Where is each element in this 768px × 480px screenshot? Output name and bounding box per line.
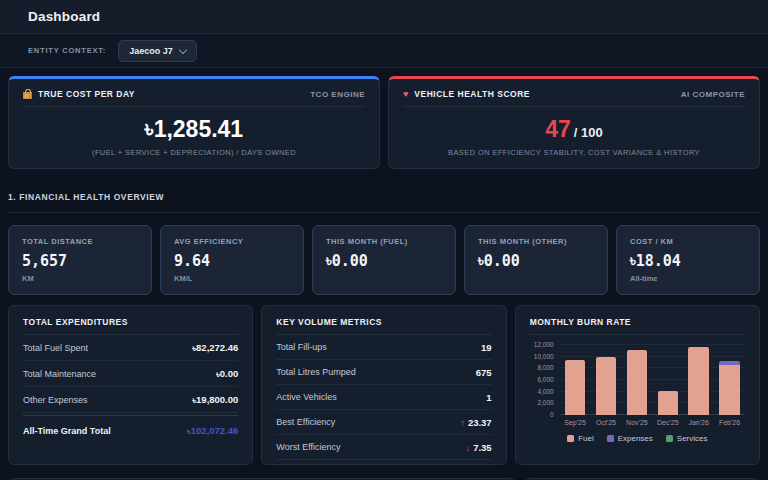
burn-rate-title: MONTHLY BURN RATE bbox=[530, 317, 631, 327]
bar-segment-fuel bbox=[596, 357, 616, 415]
volume-metrics-title: KEY VOLUME METRICS bbox=[276, 317, 382, 327]
stat-unit bbox=[326, 274, 442, 282]
bar-Oct'25[interactable] bbox=[591, 345, 622, 415]
burn-rate-chart: 12,00010,0008,0006,0004,0002,0000 Sep'25… bbox=[530, 345, 745, 443]
dashboard-content: TRUE COST PER DAY TCO ENGINE ৳1,285.41 (… bbox=[0, 68, 768, 480]
y-axis-tick: 2,000 bbox=[537, 399, 553, 406]
row-label: Total Litres Pumped bbox=[276, 367, 356, 377]
stat-card-avg-efficiency: AVG EFFICIENCY 9.64 KM/L bbox=[160, 225, 304, 295]
row-value: ৳19,800.00 bbox=[192, 394, 238, 406]
up-arrow-icon: ↑ bbox=[460, 418, 465, 428]
stat-value: ৳0.00 bbox=[326, 252, 442, 270]
row-label: Other Expenses bbox=[23, 395, 88, 405]
row-value: 1 bbox=[486, 392, 491, 403]
mid-row: TOTAL EXPENDITURES Total Fuel Spent ৳82,… bbox=[8, 305, 760, 465]
row-value: ↓7.35 bbox=[466, 442, 492, 453]
x-axis-label: Nov'25 bbox=[621, 419, 652, 426]
true-cost-per-day-card: TRUE COST PER DAY TCO ENGINE ৳1,285.41 (… bbox=[8, 76, 380, 169]
entity-selector[interactable]: Jaecoo J7 bbox=[118, 40, 197, 62]
expenditures-title: TOTAL EXPENDITURES bbox=[23, 317, 128, 327]
legend-label: Expenses bbox=[618, 434, 653, 443]
metric-row-worst-efficiency: Worst Efficiency ↓7.35 bbox=[276, 435, 491, 460]
burn-rate-bars bbox=[560, 345, 745, 415]
card-head: ♥ VEHICLE HEALTH SCORE AI COMPOSITE bbox=[403, 89, 745, 107]
money-basket-icon bbox=[23, 92, 32, 99]
page-header: Dashboard bbox=[0, 0, 768, 34]
bar-Feb'26[interactable] bbox=[714, 345, 745, 415]
row-label: Worst Efficiency bbox=[276, 442, 340, 452]
stat-unit: KM/L bbox=[174, 274, 290, 283]
stat-unit: KM bbox=[22, 274, 138, 283]
stat-label: TOTAL DISTANCE bbox=[22, 237, 138, 246]
y-axis-tick: 0 bbox=[550, 411, 554, 418]
stat-label: THIS MONTH (OTHER) bbox=[478, 237, 594, 246]
bar-segment-fuel bbox=[658, 391, 678, 416]
card-head: KEY VOLUME METRICS bbox=[276, 317, 491, 335]
expense-row-fuel: Total Fuel Spent ৳82,272.46 bbox=[23, 335, 238, 361]
bar-segment-fuel bbox=[565, 360, 585, 415]
bar-segment-fuel bbox=[719, 365, 739, 415]
true-cost-subtitle: (FUEL + SERVICE + DEPRECIATION) / DAYS O… bbox=[23, 148, 365, 157]
legend-label: Services bbox=[677, 434, 708, 443]
card-head: MONTHLY BURN RATE bbox=[530, 317, 745, 335]
bar-Nov'25[interactable] bbox=[621, 345, 652, 415]
legend-item-expenses[interactable]: Expenses bbox=[607, 434, 653, 443]
stat-value: ৳0.00 bbox=[478, 252, 594, 270]
bar-segment-fuel bbox=[627, 350, 647, 415]
legend-swatch bbox=[607, 435, 614, 442]
chevron-down-icon bbox=[178, 45, 186, 53]
stat-value: 9.64 bbox=[174, 252, 290, 270]
metric-row-litres: Total Litres Pumped 675 bbox=[276, 360, 491, 385]
metric-value: 23.37 bbox=[468, 417, 492, 428]
monthly-burn-rate-card: MONTHLY BURN RATE 12,00010,0008,0006,000… bbox=[515, 305, 760, 465]
grand-total-label: All-Time Grand Total bbox=[23, 426, 111, 436]
bar-Jan'26[interactable] bbox=[683, 345, 714, 415]
metric-value: 7.35 bbox=[473, 442, 492, 453]
entity-context-label: ENTITY CONTEXT: bbox=[28, 46, 106, 55]
y-axis-tick: 12,000 bbox=[534, 341, 554, 348]
expense-row-maintenance: Total Maintenance ৳0.00 bbox=[23, 361, 238, 387]
stat-label: AVG EFFICIENCY bbox=[174, 237, 290, 246]
true-cost-value: ৳1,285.41 bbox=[23, 116, 365, 143]
bar-segment-fuel bbox=[688, 347, 708, 415]
burn-rate-legend: FuelExpensesServices bbox=[530, 434, 745, 443]
ai-composite-tag: AI COMPOSITE bbox=[681, 90, 745, 99]
row-value: 19 bbox=[481, 342, 492, 353]
grand-total-value: ৳102,072.46 bbox=[187, 425, 238, 437]
stat-card-cost-per-km: COST / KM ৳18.04 All-time bbox=[616, 225, 760, 295]
card-head: TRUE COST PER DAY TCO ENGINE bbox=[23, 89, 365, 107]
hero-row: TRUE COST PER DAY TCO ENGINE ৳1,285.41 (… bbox=[8, 76, 760, 169]
health-score-subtitle: BASED ON EFFICIENCY STABILITY, COST VARI… bbox=[403, 148, 745, 157]
bar-Dec'25[interactable] bbox=[652, 345, 683, 415]
y-axis-tick: 4,000 bbox=[537, 388, 553, 395]
x-axis-label: Jan'26 bbox=[683, 419, 714, 426]
row-value: ↑23.37 bbox=[460, 417, 491, 428]
row-value: ৳82,272.46 bbox=[192, 342, 238, 354]
legend-item-services[interactable]: Services bbox=[666, 434, 708, 443]
metric-row-best-efficiency: Best Efficiency ↑23.37 bbox=[276, 410, 491, 435]
x-axis-label: Feb'26 bbox=[714, 419, 745, 426]
grand-total-row: All-Time Grand Total ৳102,072.46 bbox=[23, 415, 238, 444]
row-value: 675 bbox=[476, 367, 492, 378]
true-cost-title: TRUE COST PER DAY bbox=[38, 89, 135, 99]
down-arrow-icon: ↓ bbox=[466, 443, 471, 453]
y-axis-tick: 6,000 bbox=[537, 376, 553, 383]
legend-item-fuel[interactable]: Fuel bbox=[567, 434, 594, 443]
stat-unit: All-time bbox=[630, 274, 746, 283]
legend-label: Fuel bbox=[578, 434, 594, 443]
health-score: 47/ 100 bbox=[403, 116, 745, 143]
health-score-max: / 100 bbox=[574, 125, 603, 140]
stat-row: TOTAL DISTANCE 5,657 KM AVG EFFICIENCY 9… bbox=[8, 225, 760, 295]
metric-row-vehicles: Active Vehicles 1 bbox=[276, 385, 491, 410]
metric-row-fillups: Total Fill-ups 19 bbox=[276, 335, 491, 360]
stat-label: THIS MONTH (FUEL) bbox=[326, 237, 442, 246]
row-label: Total Maintenance bbox=[23, 369, 96, 379]
heart-icon: ♥ bbox=[403, 90, 408, 99]
section-title: 1. FINANCIAL HEALTH OVERVIEW bbox=[8, 192, 164, 202]
tco-engine-tag: TCO ENGINE bbox=[310, 90, 365, 99]
stat-label: COST / KM bbox=[630, 237, 746, 246]
legend-swatch bbox=[567, 435, 574, 442]
x-axis-label: Dec'25 bbox=[652, 419, 683, 426]
stat-value: ৳18.04 bbox=[630, 252, 746, 270]
bar-Sep'25[interactable] bbox=[560, 345, 591, 415]
